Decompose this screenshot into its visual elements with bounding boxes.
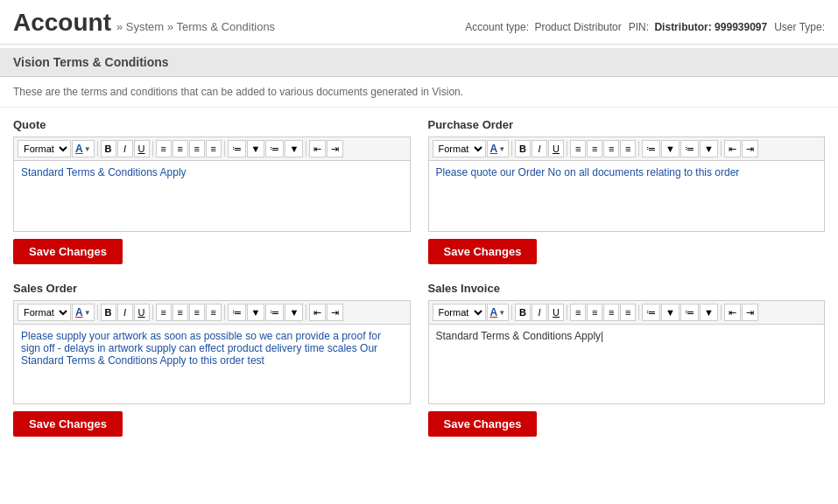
sales-order-format-select[interactable]: Format	[18, 304, 71, 321]
purchase-order-align-justify-btn[interactable]: ≡	[620, 140, 636, 158]
sales-invoice-outdent-btn[interactable]: ⇤	[724, 304, 741, 321]
sales-order-editor[interactable]: Please supply your artwork as soon as po…	[14, 325, 410, 403]
quote-editor-container: Format A ▼ B I U ≡ ≡ ≡ ≡ ≔	[13, 136, 411, 232]
sales-order-label: Sales Order	[13, 282, 411, 295]
sales-invoice-ul-btn[interactable]: ≔	[642, 304, 660, 321]
sales-order-save-button[interactable]: Save Changes	[13, 411, 123, 437]
sales-order-ul-dropdown[interactable]: ▼	[247, 304, 265, 321]
purchase-order-indent-btn[interactable]: ⇥	[742, 140, 758, 158]
purchase-order-toolbar: Format A ▼ B I U ≡ ≡ ≡ ≡ ≔	[429, 137, 825, 161]
main-content: Quote Format A ▼ B I U ≡ ≡	[0, 108, 838, 447]
sales-order-bold-btn[interactable]: B	[101, 304, 116, 321]
purchase-order-label: Purchase Order	[428, 118, 826, 131]
sales-order-underline-btn[interactable]: U	[134, 304, 150, 321]
purchase-order-editor-container: Format A ▼ B I U ≡ ≡ ≡ ≡ ≔	[428, 136, 826, 232]
purchase-order-align-center-btn[interactable]: ≡	[587, 140, 602, 158]
quote-editor[interactable]: Standard Terms & Conditions Apply	[14, 161, 410, 231]
purchase-order-save-button[interactable]: Save Changes	[428, 239, 538, 264]
quote-save-button[interactable]: Save Changes	[13, 239, 123, 264]
sep1	[97, 304, 98, 320]
quote-indent-btn[interactable]: ⇥	[327, 140, 343, 158]
sales-invoice-ol-dropdown[interactable]: ▼	[700, 304, 718, 321]
sales-invoice-section: Sales Invoice Format A ▼ B I U ≡	[428, 282, 826, 437]
quote-align-left-btn[interactable]: ≡	[156, 140, 172, 158]
purchase-order-font-color-btn[interactable]: A ▼	[487, 140, 510, 158]
sales-invoice-align-justify-btn[interactable]: ≡	[620, 304, 636, 321]
sep3	[224, 141, 225, 157]
sales-invoice-italic-btn[interactable]: I	[532, 304, 547, 321]
sales-order-align-right-btn[interactable]: ≡	[189, 304, 205, 321]
sales-order-ul-btn[interactable]: ≔	[228, 304, 246, 321]
sales-invoice-indent-btn[interactable]: ⇥	[742, 304, 758, 321]
quote-label: Quote	[13, 118, 411, 131]
sep1	[511, 141, 512, 157]
sales-invoice-label: Sales Invoice	[428, 282, 826, 295]
purchase-order-ul-btn[interactable]: ≔	[642, 140, 660, 158]
quote-align-justify-btn[interactable]: ≡	[206, 140, 222, 158]
sales-invoice-format-select[interactable]: Format	[433, 304, 486, 321]
sales-invoice-align-right-btn[interactable]: ≡	[603, 304, 619, 321]
purchase-order-align-left-btn[interactable]: ≡	[570, 140, 586, 158]
purchase-order-outdent-btn[interactable]: ⇤	[724, 140, 741, 158]
quote-font-color-btn[interactable]: A ▼	[72, 140, 95, 158]
quote-italic-btn[interactable]: I	[117, 140, 133, 158]
sales-order-outdent-btn[interactable]: ⇤	[309, 304, 326, 321]
purchase-order-ul-dropdown[interactable]: ▼	[661, 140, 680, 158]
purchase-order-align-right-btn[interactable]: ≡	[603, 140, 619, 158]
sales-invoice-align-center-btn[interactable]: ≡	[587, 304, 602, 321]
quote-format-select[interactable]: Format	[18, 140, 71, 158]
sales-invoice-ul-dropdown[interactable]: ▼	[661, 304, 680, 321]
breadcrumb: » System » Terms & Conditions	[116, 20, 275, 33]
page-title-bar: Vision Terms & Conditions	[0, 48, 838, 77]
app-title: Account	[13, 9, 111, 37]
sep2	[152, 304, 153, 320]
sales-invoice-font-color-btn[interactable]: A ▼	[487, 304, 510, 321]
purchase-order-italic-btn[interactable]: I	[532, 140, 547, 158]
sep3	[224, 304, 225, 320]
sep2	[567, 304, 567, 320]
quote-bold-btn[interactable]: B	[101, 140, 116, 158]
sales-order-font-color-btn[interactable]: A ▼	[72, 304, 95, 321]
sales-invoice-ol-btn[interactable]: ≔	[680, 304, 699, 321]
quote-toolbar: Format A ▼ B I U ≡ ≡ ≡ ≡ ≔	[14, 137, 410, 161]
page-title: Vision Terms & Conditions	[13, 55, 825, 69]
sales-order-section: Sales Order Format A ▼ B I U ≡ ≡	[13, 282, 411, 437]
purchase-order-bold-btn[interactable]: B	[515, 140, 531, 158]
description: These are the terms and conditions that …	[0, 77, 838, 108]
quote-ol-dropdown[interactable]: ▼	[285, 140, 303, 158]
quote-outdent-btn[interactable]: ⇤	[309, 140, 326, 158]
purchase-order-format-select[interactable]: Format	[433, 140, 486, 158]
sales-invoice-save-button[interactable]: Save Changes	[428, 411, 538, 437]
sales-order-ol-btn[interactable]: ≔	[265, 304, 284, 321]
quote-align-center-btn[interactable]: ≡	[173, 140, 188, 158]
quote-ol-btn[interactable]: ≔	[265, 140, 284, 158]
sales-order-align-left-btn[interactable]: ≡	[156, 304, 172, 321]
purchase-order-editor[interactable]: Please quote our Order No on all documen…	[429, 161, 825, 231]
sales-invoice-bold-btn[interactable]: B	[515, 304, 531, 321]
header: Account » System » Terms & Conditions Ac…	[0, 0, 838, 45]
quote-underline-btn[interactable]: U	[134, 140, 150, 158]
sales-invoice-underline-btn[interactable]: U	[548, 304, 564, 321]
sales-order-toolbar: Format A ▼ B I U ≡ ≡ ≡ ≡ ≔	[14, 301, 410, 325]
purchase-order-ol-btn[interactable]: ≔	[680, 140, 699, 158]
sales-order-align-justify-btn[interactable]: ≡	[206, 304, 222, 321]
purchase-order-underline-btn[interactable]: U	[548, 140, 564, 158]
sep1	[97, 141, 98, 157]
sales-order-indent-btn[interactable]: ⇥	[327, 304, 343, 321]
pin-label: PIN: Distributor: 999939097	[629, 21, 767, 33]
sep1	[511, 304, 512, 320]
header-left: Account » System » Terms & Conditions	[13, 9, 275, 37]
sales-order-ol-dropdown[interactable]: ▼	[285, 304, 303, 321]
sep4	[306, 304, 306, 320]
purchase-order-ol-dropdown[interactable]: ▼	[700, 140, 718, 158]
quote-ul-dropdown[interactable]: ▼	[247, 140, 265, 158]
sales-invoice-align-left-btn[interactable]: ≡	[570, 304, 586, 321]
quote-align-right-btn[interactable]: ≡	[189, 140, 205, 158]
sales-invoice-editor-container: Format A ▼ B I U ≡ ≡ ≡ ≡ ≔	[428, 300, 826, 404]
quote-ul-btn[interactable]: ≔	[228, 140, 246, 158]
sales-order-italic-btn[interactable]: I	[117, 304, 133, 321]
user-type-label: User Type:	[774, 21, 825, 33]
header-right: Account type: Product Distributor PIN: D…	[465, 21, 825, 33]
sales-order-align-center-btn[interactable]: ≡	[173, 304, 188, 321]
sales-invoice-editor[interactable]: Standard Terms & Conditions Apply|	[429, 325, 825, 403]
